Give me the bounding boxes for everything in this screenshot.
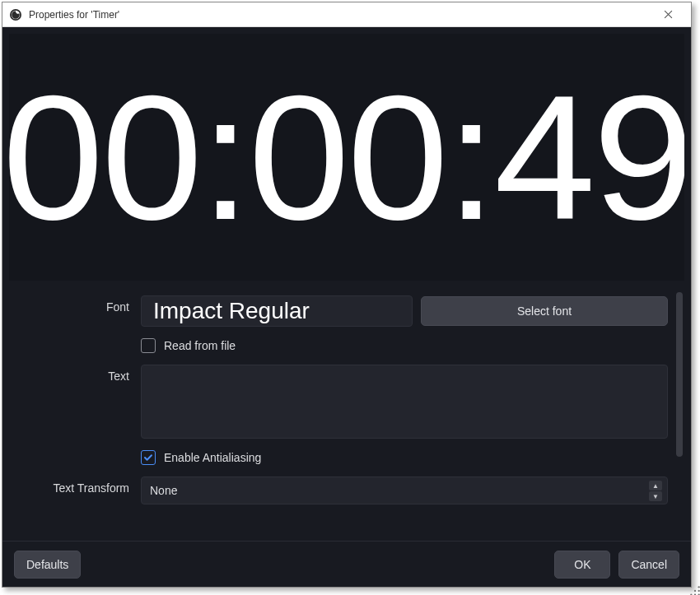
obs-icon (9, 8, 22, 21)
window-title: Properties for 'Timer' (29, 9, 645, 21)
enable-antialiasing-label: Enable Antialiasing (164, 451, 261, 464)
read-from-file-checkbox[interactable] (141, 338, 156, 353)
enable-antialiasing-checkbox[interactable] (141, 450, 156, 465)
resize-grip-icon[interactable] (689, 585, 700, 595)
chevron-up-icon[interactable]: ▲ (649, 481, 662, 490)
svg-point-4 (698, 590, 700, 592)
text-transform-select[interactable]: None ▲ ▼ (141, 476, 668, 504)
preview-text: 00:00:49 (9, 69, 684, 246)
chevron-down-icon[interactable]: ▼ (649, 491, 662, 501)
defaults-button[interactable]: Defaults (14, 551, 81, 579)
text-transform-value: None (150, 484, 177, 497)
text-input[interactable] (141, 365, 668, 439)
preview-area: 00:00:49 (9, 34, 684, 281)
text-transform-label: Text Transform (9, 476, 141, 495)
scrollbar-thumb[interactable] (676, 292, 683, 457)
ok-button[interactable]: OK (554, 551, 610, 579)
dialog-footer: Defaults OK Cancel (2, 541, 691, 587)
select-font-button[interactable]: Select font (421, 296, 668, 326)
properties-panel: Font Impact Regular Select font Read fro… (2, 281, 691, 541)
close-button[interactable] (651, 3, 684, 26)
select-spinner[interactable]: ▲ ▼ (649, 481, 662, 501)
svg-point-3 (694, 590, 696, 592)
cancel-button[interactable]: Cancel (618, 551, 679, 579)
text-label: Text (9, 365, 141, 383)
titlebar: Properties for 'Timer' (2, 2, 691, 27)
properties-dialog: Properties for 'Timer' 00:00:49 Font Imp… (2, 2, 692, 588)
svg-point-2 (698, 586, 700, 588)
read-from-file-label: Read from file (164, 339, 236, 352)
dialog-body: 00:00:49 Font Impact Regular Select font… (2, 27, 691, 587)
font-label: Font (9, 295, 141, 314)
font-display: Impact Regular (141, 295, 413, 327)
